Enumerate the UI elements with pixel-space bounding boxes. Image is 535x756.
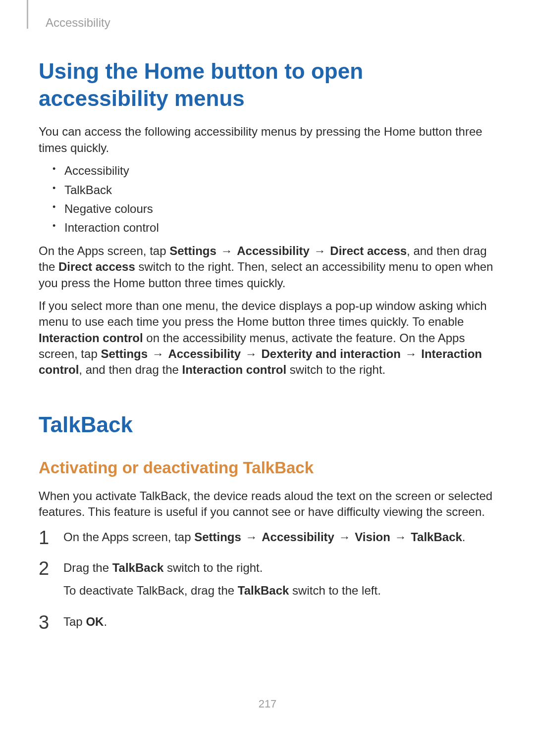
bold-text: Settings: [101, 347, 148, 360]
step-item: Drag the TalkBack switch to the right. T…: [39, 560, 496, 599]
header-tick-icon: [27, 0, 28, 29]
paragraph-intro: You can access the following accessibili…: [39, 124, 496, 156]
text-run: .: [104, 615, 107, 628]
arrow-icon: →: [401, 347, 421, 360]
bullet-list: Accessibility TalkBack Negative colours …: [39, 163, 496, 236]
bold-text: Vision: [355, 530, 390, 544]
bold-text: Accessibility: [262, 530, 334, 544]
step-item: Tap OK.: [39, 614, 496, 630]
section-heading-home-button: Using the Home button to open accessibil…: [39, 57, 496, 112]
bold-text: Direct access: [330, 244, 407, 257]
text-run: switch to the left.: [289, 584, 380, 597]
bold-text: Settings: [194, 530, 241, 544]
text-run: Drag the: [63, 561, 112, 574]
page-number: 217: [0, 697, 535, 711]
paragraph-interaction-control: If you select more than one menu, the de…: [39, 298, 496, 378]
arrow-icon: →: [390, 530, 411, 544]
step-subtext: To deactivate TalkBack, drag the TalkBac…: [63, 583, 496, 599]
section-heading-talkback: TalkBack: [39, 410, 496, 439]
bold-text: TalkBack: [112, 561, 164, 574]
bold-text: Direct access: [58, 260, 135, 273]
breadcrumb: Accessibility: [46, 15, 496, 31]
list-item: Interaction control: [53, 220, 496, 236]
bold-text: TalkBack: [411, 530, 462, 544]
step-item: On the Apps screen, tap Settings → Acces…: [39, 529, 496, 545]
arrow-icon: →: [241, 530, 262, 544]
header-region: Accessibility: [39, 15, 496, 31]
bold-text: Accessibility: [168, 347, 241, 360]
text-run: Tap: [63, 615, 86, 628]
bold-text: OK: [86, 615, 104, 628]
text-run: switch to the right.: [163, 561, 263, 574]
text-run: On the Apps screen, tap: [63, 530, 194, 544]
subheading-activating: Activating or deactivating TalkBack: [39, 457, 496, 479]
bold-text: Dexterity and interaction: [262, 347, 401, 360]
paragraph-talkback-intro: When you activate TalkBack, the device r…: [39, 488, 496, 520]
text-run: switch to the right.: [286, 363, 385, 376]
bold-text: TalkBack: [238, 584, 289, 597]
arrow-icon: →: [216, 244, 237, 257]
arrow-icon: →: [241, 347, 261, 360]
arrow-icon: →: [310, 244, 330, 257]
arrow-icon: →: [148, 347, 168, 360]
list-item: Accessibility: [53, 163, 496, 179]
bold-text: Accessibility: [237, 244, 310, 257]
text-run: If you select more than one menu, the de…: [39, 299, 487, 328]
bold-text: Interaction control: [182, 363, 287, 376]
text-run: On the Apps screen, tap: [39, 244, 169, 257]
text-run: .: [462, 530, 466, 544]
list-item: TalkBack: [53, 182, 496, 198]
bold-text: Settings: [169, 244, 216, 257]
bold-text: Interaction control: [39, 331, 143, 345]
numbered-steps: On the Apps screen, tap Settings → Acces…: [39, 529, 496, 630]
text-run: , and then drag the: [79, 363, 182, 376]
paragraph-direct-access: On the Apps screen, tap Settings → Acces…: [39, 243, 496, 291]
document-page: Accessibility Using the Home button to o…: [0, 0, 535, 630]
text-run: To deactivate TalkBack, drag the: [63, 584, 238, 597]
arrow-icon: →: [334, 530, 355, 544]
list-item: Negative colours: [53, 201, 496, 217]
